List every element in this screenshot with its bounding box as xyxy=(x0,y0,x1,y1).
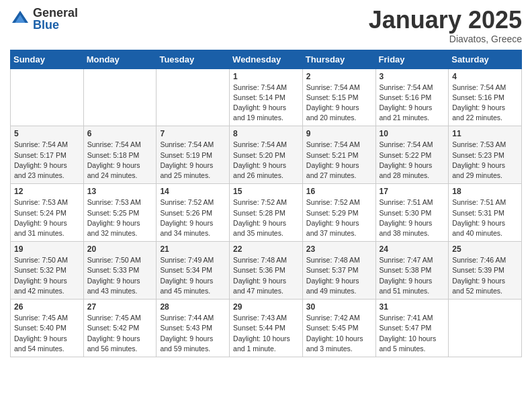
col-tuesday: Tuesday xyxy=(157,50,230,68)
calendar-cell: 7Sunrise: 7:54 AMSunset: 5:19 PMDaylight… xyxy=(157,126,230,184)
day-info: Sunrise: 7:52 AMSunset: 5:26 PMDaylight:… xyxy=(160,197,226,238)
day-info: Sunrise: 7:54 AMSunset: 5:16 PMDaylight:… xyxy=(452,83,518,124)
calendar-cell: 31Sunrise: 7:41 AMSunset: 5:47 PMDayligh… xyxy=(375,300,449,357)
day-info: Sunrise: 7:54 AMSunset: 5:19 PMDaylight:… xyxy=(160,140,226,181)
day-info: Sunrise: 7:48 AMSunset: 5:36 PMDaylight:… xyxy=(233,255,299,296)
day-number: 8 xyxy=(233,129,299,138)
calendar-cell: 25Sunrise: 7:46 AMSunset: 5:39 PMDayligh… xyxy=(449,242,522,300)
day-info: Sunrise: 7:50 AMSunset: 5:32 PMDaylight:… xyxy=(14,255,80,296)
day-number: 30 xyxy=(306,302,372,312)
day-info: Sunrise: 7:54 AMSunset: 5:17 PMDaylight:… xyxy=(14,140,80,181)
day-number: 9 xyxy=(306,129,372,138)
col-wednesday: Wednesday xyxy=(230,50,303,68)
day-info: Sunrise: 7:45 AMSunset: 5:42 PMDaylight:… xyxy=(87,313,153,354)
day-info: Sunrise: 7:50 AMSunset: 5:33 PMDaylight:… xyxy=(87,255,153,296)
calendar-cell: 14Sunrise: 7:52 AMSunset: 5:26 PMDayligh… xyxy=(157,184,230,242)
day-info: Sunrise: 7:44 AMSunset: 5:43 PMDaylight:… xyxy=(160,313,226,354)
col-friday: Friday xyxy=(375,50,449,68)
day-number: 10 xyxy=(380,129,445,138)
calendar-cell: 26Sunrise: 7:45 AMSunset: 5:40 PMDayligh… xyxy=(11,300,84,357)
calendar-week-row: 1Sunrise: 7:54 AMSunset: 5:14 PMDaylight… xyxy=(11,68,522,126)
calendar-cell: 20Sunrise: 7:50 AMSunset: 5:33 PMDayligh… xyxy=(83,242,157,300)
day-info: Sunrise: 7:52 AMSunset: 5:29 PMDaylight:… xyxy=(306,197,372,238)
calendar-cell: 24Sunrise: 7:47 AMSunset: 5:38 PMDayligh… xyxy=(375,242,449,300)
calendar-cell: 5Sunrise: 7:54 AMSunset: 5:17 PMDaylight… xyxy=(11,126,84,184)
location: Diavatos, Greece xyxy=(369,34,522,44)
col-sunday: Sunday xyxy=(11,50,84,68)
day-number: 4 xyxy=(452,72,518,81)
calendar-cell: 3Sunrise: 7:54 AMSunset: 5:16 PMDaylight… xyxy=(375,68,449,126)
page: General Blue January 2025 Diavatos, Gree… xyxy=(0,0,532,367)
day-info: Sunrise: 7:51 AMSunset: 5:30 PMDaylight:… xyxy=(380,197,445,238)
day-info: Sunrise: 7:53 AMSunset: 5:23 PMDaylight:… xyxy=(452,140,518,181)
day-info: Sunrise: 7:52 AMSunset: 5:28 PMDaylight:… xyxy=(233,197,299,238)
day-number: 27 xyxy=(87,302,153,312)
day-info: Sunrise: 7:49 AMSunset: 5:34 PMDaylight:… xyxy=(160,255,226,296)
calendar-cell: 10Sunrise: 7:54 AMSunset: 5:22 PMDayligh… xyxy=(375,126,449,184)
calendar-cell: 16Sunrise: 7:52 AMSunset: 5:29 PMDayligh… xyxy=(302,184,375,242)
calendar-cell: 21Sunrise: 7:49 AMSunset: 5:34 PMDayligh… xyxy=(157,242,230,300)
day-number: 11 xyxy=(452,129,518,138)
day-info: Sunrise: 7:46 AMSunset: 5:39 PMDaylight:… xyxy=(452,255,518,296)
day-number: 7 xyxy=(160,129,226,138)
calendar-cell: 15Sunrise: 7:52 AMSunset: 5:28 PMDayligh… xyxy=(230,184,303,242)
calendar-cell: 22Sunrise: 7:48 AMSunset: 5:36 PMDayligh… xyxy=(230,242,303,300)
day-number: 31 xyxy=(380,302,445,312)
calendar-cell: 13Sunrise: 7:53 AMSunset: 5:25 PMDayligh… xyxy=(83,184,157,242)
day-info: Sunrise: 7:41 AMSunset: 5:47 PMDaylight:… xyxy=(380,313,445,354)
calendar-week-row: 19Sunrise: 7:50 AMSunset: 5:32 PMDayligh… xyxy=(11,242,522,300)
calendar-cell: 17Sunrise: 7:51 AMSunset: 5:30 PMDayligh… xyxy=(375,184,449,242)
day-number: 13 xyxy=(87,187,153,196)
day-number: 24 xyxy=(380,244,445,254)
calendar-cell: 9Sunrise: 7:54 AMSunset: 5:21 PMDaylight… xyxy=(302,126,375,184)
day-number: 18 xyxy=(452,187,518,196)
calendar-cell: 11Sunrise: 7:53 AMSunset: 5:23 PMDayligh… xyxy=(449,126,522,184)
day-number: 5 xyxy=(14,129,80,138)
calendar-cell: 8Sunrise: 7:54 AMSunset: 5:20 PMDaylight… xyxy=(230,126,303,184)
day-number: 21 xyxy=(160,244,226,254)
calendar-cell: 23Sunrise: 7:48 AMSunset: 5:37 PMDayligh… xyxy=(302,242,375,300)
day-info: Sunrise: 7:54 AMSunset: 5:15 PMDaylight:… xyxy=(306,83,372,124)
day-info: Sunrise: 7:54 AMSunset: 5:21 PMDaylight:… xyxy=(306,140,372,181)
calendar-cell xyxy=(157,68,230,126)
calendar-cell: 4Sunrise: 7:54 AMSunset: 5:16 PMDaylight… xyxy=(449,68,522,126)
calendar-cell xyxy=(83,68,157,126)
calendar-cell: 1Sunrise: 7:54 AMSunset: 5:14 PMDaylight… xyxy=(230,68,303,126)
calendar-cell: 6Sunrise: 7:54 AMSunset: 5:18 PMDaylight… xyxy=(83,126,157,184)
calendar-cell: 18Sunrise: 7:51 AMSunset: 5:31 PMDayligh… xyxy=(449,184,522,242)
day-number: 16 xyxy=(306,187,372,196)
month-title: January 2025 xyxy=(369,7,522,34)
header: General Blue January 2025 Diavatos, Gree… xyxy=(10,7,522,44)
calendar-cell: 30Sunrise: 7:42 AMSunset: 5:45 PMDayligh… xyxy=(302,300,375,357)
day-info: Sunrise: 7:51 AMSunset: 5:31 PMDaylight:… xyxy=(452,197,518,238)
day-number: 22 xyxy=(233,244,299,254)
logo: General Blue xyxy=(10,7,78,31)
day-number: 1 xyxy=(233,72,299,81)
day-number: 25 xyxy=(452,244,518,254)
calendar-week-row: 5Sunrise: 7:54 AMSunset: 5:17 PMDaylight… xyxy=(11,126,522,184)
logo-general-text: General xyxy=(33,7,78,19)
logo-blue-text: Blue xyxy=(33,19,78,31)
day-info: Sunrise: 7:47 AMSunset: 5:38 PMDaylight:… xyxy=(380,255,445,296)
day-number: 20 xyxy=(87,244,153,254)
day-number: 17 xyxy=(380,187,445,196)
day-number: 12 xyxy=(14,187,80,196)
day-info: Sunrise: 7:54 AMSunset: 5:18 PMDaylight:… xyxy=(87,140,153,181)
day-number: 15 xyxy=(233,187,299,196)
day-number: 14 xyxy=(160,187,226,196)
col-monday: Monday xyxy=(83,50,157,68)
col-thursday: Thursday xyxy=(302,50,375,68)
day-info: Sunrise: 7:53 AMSunset: 5:24 PMDaylight:… xyxy=(14,197,80,238)
calendar-week-row: 26Sunrise: 7:45 AMSunset: 5:40 PMDayligh… xyxy=(11,300,522,357)
calendar-cell xyxy=(11,68,84,126)
calendar-cell: 2Sunrise: 7:54 AMSunset: 5:15 PMDaylight… xyxy=(302,68,375,126)
day-number: 6 xyxy=(87,129,153,138)
day-number: 26 xyxy=(14,302,80,312)
logo-icon xyxy=(10,9,30,29)
day-number: 23 xyxy=(306,244,372,254)
col-saturday: Saturday xyxy=(449,50,522,68)
calendar-cell: 12Sunrise: 7:53 AMSunset: 5:24 PMDayligh… xyxy=(11,184,84,242)
day-info: Sunrise: 7:48 AMSunset: 5:37 PMDaylight:… xyxy=(306,255,372,296)
day-number: 28 xyxy=(160,302,226,312)
day-number: 29 xyxy=(233,302,299,312)
